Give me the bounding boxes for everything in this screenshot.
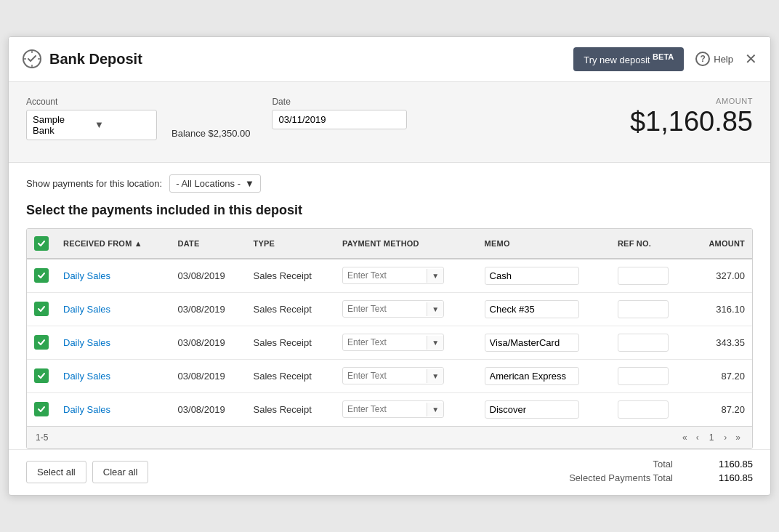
- table-row: Daily Sales 03/08/2019 Sales Receipt ▼ 8…: [27, 359, 752, 392]
- row-payment-method-1: ▼: [335, 292, 477, 326]
- payment-method-input-0[interactable]: [343, 267, 427, 283]
- header-payment-method: PAYMENT METHOD: [335, 229, 477, 259]
- row-memo-1: [477, 292, 610, 326]
- clear-all-button[interactable]: Clear all: [92, 461, 149, 483]
- memo-input-3[interactable]: [485, 367, 579, 385]
- received-from-link-2[interactable]: Daily Sales: [63, 337, 110, 348]
- row-check-cell-2: [27, 326, 56, 359]
- select-all-button[interactable]: Select all: [26, 461, 86, 483]
- row-received-from-0: Daily Sales: [56, 259, 171, 293]
- date-field-group: Date: [272, 97, 407, 129]
- account-field-group: Account Sample Bank ▼: [26, 97, 157, 140]
- header-received-from: RECEIVED FROM ▲: [56, 229, 171, 259]
- last-page-button[interactable]: »: [732, 431, 743, 444]
- row-date-4: 03/08/2019: [171, 392, 246, 426]
- payment-method-arrow-2[interactable]: ▼: [427, 336, 443, 350]
- header-check-col: [27, 229, 56, 259]
- memo-input-0[interactable]: [485, 267, 579, 285]
- pagination-controls: « ‹ 1 › »: [679, 431, 743, 444]
- row-type-2: Sales Receipt: [246, 326, 335, 359]
- try-new-deposit-button[interactable]: Try new deposit BETA: [573, 47, 684, 70]
- refno-input-2[interactable]: [618, 334, 669, 352]
- row-date-2: 03/08/2019: [171, 326, 246, 359]
- memo-input-2[interactable]: [485, 334, 579, 352]
- payment-method-input-1[interactable]: [343, 301, 427, 317]
- row-amount-2: 343.35: [690, 326, 752, 359]
- refno-input-3[interactable]: [618, 367, 669, 385]
- row-check-cell-1: [27, 292, 56, 326]
- row-memo-2: [477, 326, 610, 359]
- help-button[interactable]: ? Help: [695, 52, 733, 66]
- row-checkbox-0[interactable]: [34, 268, 49, 283]
- payment-method-arrow-3[interactable]: ▼: [427, 369, 443, 383]
- payment-method-arrow-1[interactable]: ▼: [427, 302, 443, 316]
- received-from-link-0[interactable]: Daily Sales: [63, 270, 110, 281]
- payments-table-container: RECEIVED FROM ▲ DATE TYPE PAYMENT METHOD…: [26, 228, 753, 449]
- row-refno-0: [610, 259, 690, 293]
- action-buttons: Select all Clear all: [26, 461, 148, 483]
- payment-method-arrow-0[interactable]: ▼: [427, 269, 443, 283]
- received-from-link-1[interactable]: Daily Sales: [63, 304, 110, 315]
- selected-total-label: Selected Payments Total: [569, 472, 673, 483]
- bank-deposit-window: Bank Deposit Try new deposit BETA ? Help…: [8, 36, 771, 495]
- payment-method-field-0: ▼: [342, 267, 444, 284]
- prev-page-button[interactable]: ‹: [693, 431, 702, 444]
- payment-method-arrow-4[interactable]: ▼: [427, 403, 443, 416]
- pagination-row: 1-5 « ‹ 1 › »: [27, 426, 752, 448]
- row-date-3: 03/08/2019: [171, 359, 246, 392]
- row-received-from-3: Daily Sales: [56, 359, 171, 392]
- row-type-4: Sales Receipt: [246, 392, 335, 426]
- table-row: Daily Sales 03/08/2019 Sales Receipt ▼ 8…: [27, 392, 752, 426]
- refno-input-1[interactable]: [618, 300, 669, 318]
- row-received-from-2: Daily Sales: [56, 326, 171, 359]
- row-payment-method-3: ▼: [335, 359, 477, 392]
- row-checkbox-1[interactable]: [34, 302, 49, 316]
- first-page-button[interactable]: «: [679, 431, 690, 444]
- refno-input-4[interactable]: [618, 400, 669, 419]
- balance-display: Balance $2,350.00: [171, 128, 250, 139]
- close-button[interactable]: ✕: [745, 52, 757, 66]
- row-refno-4: [610, 392, 690, 426]
- pagination-range: 1-5: [36, 432, 48, 443]
- table-header-row: RECEIVED FROM ▲ DATE TYPE PAYMENT METHOD…: [27, 229, 752, 259]
- memo-input-1[interactable]: [485, 300, 579, 318]
- row-received-from-1: Daily Sales: [56, 292, 171, 326]
- row-payment-method-4: ▼: [335, 392, 477, 426]
- location-value: - All Locations -: [176, 178, 241, 189]
- location-label: Show payments for this location:: [26, 178, 162, 189]
- payment-method-input-2[interactable]: [343, 334, 427, 350]
- row-memo-0: [477, 259, 610, 293]
- total-row: Total 1160.85: [569, 459, 753, 469]
- select-all-checkbox[interactable]: [34, 236, 49, 251]
- header: Bank Deposit Try new deposit BETA ? Help…: [9, 37, 770, 81]
- payment-method-field-3: ▼: [342, 367, 444, 384]
- memo-input-4[interactable]: [485, 400, 579, 419]
- header-amount: AMOUNT: [690, 229, 752, 259]
- received-from-link-3[interactable]: Daily Sales: [63, 371, 110, 382]
- amount-label: AMOUNT: [630, 97, 753, 105]
- row-date-1: 03/08/2019: [171, 292, 246, 326]
- date-input[interactable]: [272, 110, 407, 129]
- refno-input-0[interactable]: [618, 267, 669, 285]
- next-page-button[interactable]: ›: [721, 431, 730, 444]
- help-icon: ?: [695, 52, 710, 66]
- current-page: 1: [705, 431, 719, 444]
- row-check-cell-4: [27, 392, 56, 426]
- row-checkbox-2[interactable]: [34, 335, 49, 350]
- row-amount-1: 316.10: [690, 292, 752, 326]
- row-checkbox-4[interactable]: [34, 402, 49, 416]
- location-row: Show payments for this location: - All L…: [26, 174, 753, 193]
- received-from-link-4[interactable]: Daily Sales: [63, 404, 110, 415]
- row-checkbox-3[interactable]: [34, 368, 49, 383]
- location-dropdown[interactable]: - All Locations - ▼: [169, 174, 261, 193]
- bank-deposit-icon: [22, 49, 42, 69]
- account-dropdown[interactable]: Sample Bank ▼: [26, 110, 157, 140]
- row-amount-4: 87.20: [690, 392, 752, 426]
- date-label: Date: [272, 97, 407, 107]
- row-check-cell-3: [27, 359, 56, 392]
- header-ref-no: REF NO.: [610, 229, 690, 259]
- payment-method-input-4[interactable]: [343, 401, 427, 417]
- selected-payments-total-row: Selected Payments Total 1160.85: [569, 472, 753, 483]
- footer: Select all Clear all Total 1160.85 Selec…: [9, 449, 770, 495]
- payment-method-input-3[interactable]: [343, 368, 427, 384]
